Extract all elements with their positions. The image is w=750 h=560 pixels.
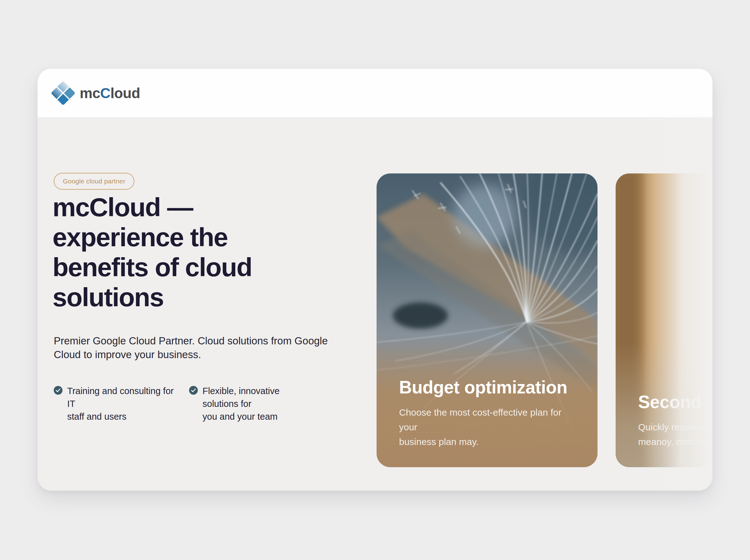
card-description: Choose the most cost-effective plan for … [399,405,579,449]
card-second-chance[interactable]: Second ch Quickly resolve arnw meanoy, m… [616,174,712,467]
diamond-logo-icon [52,82,75,105]
card-description: Quickly resolve arnw meanoy, motote anyw [638,420,712,449]
partner-badge-label: Google cloud partner [63,178,125,185]
feature-item-training: Training and consulting for IT staff and… [54,385,174,423]
partner-badge: Google cloud partner [54,173,134,190]
site-header: mcCloud [38,69,712,117]
page-title: mcCloud — experience the benefits of clo… [53,192,252,312]
hero-section: Google cloud partner mcCloud — experienc… [38,117,712,491]
check-circle-icon [189,386,198,396]
hero-subtitle: Premier Google Cloud Partner. Cloud solu… [54,334,328,362]
card-text-block: Second ch Quickly resolve arnw meanoy, m… [638,392,712,449]
main-panel: mcCloud Google cloud partner mcCloud — e… [38,69,712,491]
check-circle-icon [54,386,62,396]
card-budget-optimization[interactable]: Budget optimization Choose the most cost… [377,174,597,467]
feature-text: Flexible, innovative solutions for you a… [203,385,309,423]
feature-text: Training and consulting for IT staff and… [67,385,174,423]
card-text-block: Budget optimization Choose the most cost… [399,377,579,449]
page: { "header": { "brand": { "prefix": "mc",… [0,0,750,560]
brand-name: mcCloud [80,85,140,102]
card-carousel: Budget optimization Choose the most cost… [377,174,712,467]
feature-item-flexible: Flexible, innovative solutions for you a… [189,385,309,423]
card-title: Second ch [638,392,712,412]
feature-list: Training and consulting for IT staff and… [54,385,309,423]
brand-logo[interactable]: mcCloud [52,82,140,105]
card-title: Budget optimization [399,377,579,398]
